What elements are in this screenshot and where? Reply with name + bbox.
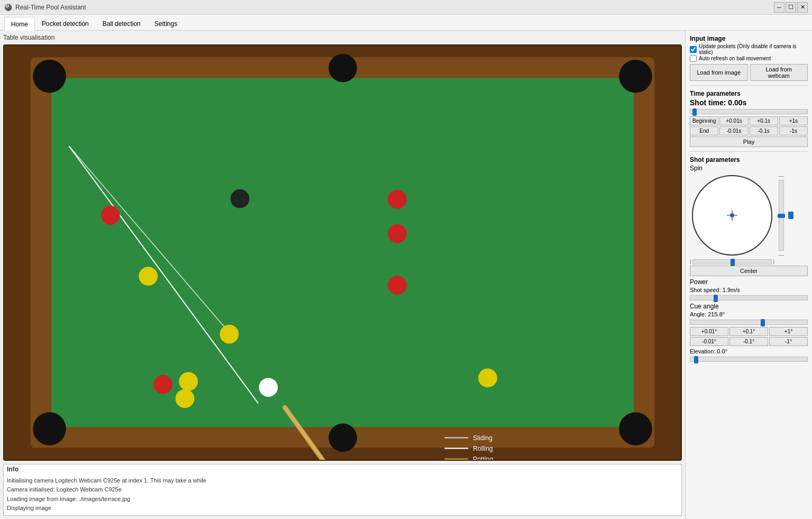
- svg-point-34: [730, 213, 734, 217]
- svg-point-20: [259, 378, 278, 397]
- power-slider-thumb: [714, 295, 718, 302]
- svg-point-15: [153, 375, 172, 394]
- elevation-label: Elevation: 0.0°: [690, 348, 808, 354]
- title-bar-controls: ─ ☐ ✕: [774, 2, 808, 13]
- plus-001deg-button[interactable]: +0.01°: [690, 327, 728, 336]
- divider-1: [690, 85, 808, 86]
- svg-point-7: [329, 423, 357, 452]
- auto-refresh-row: Auto refresh on ball movement: [690, 55, 808, 62]
- minimize-button[interactable]: ─: [774, 2, 784, 13]
- end-button[interactable]: End: [690, 126, 718, 135]
- minus-1deg-button[interactable]: -1°: [769, 337, 808, 346]
- table-vis-label: Table visualisation: [3, 34, 682, 41]
- svg-rect-2: [51, 78, 634, 427]
- svg-point-14: [139, 267, 158, 286]
- svg-point-4: [329, 54, 357, 83]
- pool-table[interactable]: Sliding Rolling Potting: [3, 44, 682, 461]
- spin-control: | | — —: [690, 173, 808, 265]
- spin-main: | |: [690, 173, 774, 265]
- power-label: Power: [690, 278, 808, 286]
- svg-point-19: [231, 189, 250, 208]
- svg-point-13: [101, 206, 120, 225]
- plus-01s-button[interactable]: +0.1s: [750, 116, 778, 125]
- horiz-spin-slider-wrapper: | |: [690, 259, 774, 265]
- right-panel: Input image Update pockets (Only disable…: [685, 31, 812, 519]
- beginning-button[interactable]: Beginning: [690, 116, 718, 125]
- minus-01s-button[interactable]: -0.1s: [750, 126, 778, 135]
- tab-ball-detection[interactable]: Ball detection: [96, 16, 148, 30]
- svg-point-6: [33, 412, 66, 445]
- info-content: Initialising camera Logitech Webcam C925…: [4, 474, 681, 515]
- angle-slider-thumb: [761, 319, 765, 326]
- spin-circle-container[interactable]: [690, 173, 774, 258]
- spin-right-indicator: [788, 173, 793, 258]
- update-pockets-label: Update pockets (Only disable if camera i…: [699, 43, 808, 55]
- center-button[interactable]: Center: [690, 266, 808, 276]
- spin-label: Spin: [690, 165, 808, 172]
- info-section: Info Initialising camera Logitech Webcam…: [3, 464, 682, 516]
- tab-pocket-detection[interactable]: Pocket detection: [35, 16, 96, 30]
- plus-1deg-button[interactable]: +1°: [769, 327, 808, 336]
- shot-params-title: Shot parameters: [690, 156, 808, 163]
- app-title: Real-Time Pool Assistant: [15, 4, 86, 11]
- power-slider-track: [690, 295, 808, 301]
- vert-spin-slider-wrapper: — —: [777, 173, 786, 258]
- spin-right-thumb: [788, 212, 793, 219]
- tab-home[interactable]: Home: [4, 17, 35, 31]
- svg-point-21: [388, 190, 407, 209]
- plus-001s-button[interactable]: +0.01s: [719, 116, 748, 125]
- horiz-spin-slider-thumb: [731, 259, 735, 266]
- title-bar: 🎱 Real-Time Pool Assistant ─ ☐ ✕: [0, 0, 812, 15]
- time-slider-track: [690, 109, 808, 114]
- minus-001deg-button[interactable]: -0.01°: [690, 337, 728, 346]
- minus-001s-button[interactable]: -0.01s: [719, 126, 748, 135]
- info-line-3: Loading image from image: ./images/terra…: [7, 495, 678, 504]
- maximize-button[interactable]: ☐: [786, 2, 796, 13]
- time-slider-thumb: [692, 108, 697, 116]
- update-pockets-checkbox[interactable]: [690, 46, 697, 53]
- cue-angle-label: Cue angle: [690, 303, 808, 310]
- load-from-image-button[interactable]: Load from image: [690, 64, 748, 81]
- angle-btn-grid-plus: +0.01° +0.1° +1°: [690, 327, 808, 336]
- nav-bar: Home Pocket detection Ball detection Set…: [0, 15, 812, 31]
- time-btn-grid-plus: Beginning +0.01s +0.1s +1s: [690, 116, 808, 125]
- vert-spin-slider-thumb: [778, 214, 785, 218]
- app-icon: 🎱: [4, 4, 12, 11]
- vert-spin-slider-track: [779, 180, 784, 251]
- svg-point-8: [619, 412, 652, 445]
- minus-1s-button[interactable]: -1s: [779, 126, 808, 135]
- auto-refresh-checkbox[interactable]: [690, 55, 697, 62]
- elevation-slider-thumb: [694, 356, 698, 363]
- play-button[interactable]: Play: [690, 136, 808, 147]
- load-from-webcam-button[interactable]: Load from webcam: [750, 64, 808, 81]
- tab-settings[interactable]: Settings: [148, 16, 184, 30]
- info-line-2: Camera initialised: Logitech Webcam C925…: [7, 485, 678, 495]
- shot-speed-label: Shot speed: 1.9m/s: [690, 287, 808, 293]
- angle-btn-grid-minus: -0.01° -0.1° -1°: [690, 337, 808, 346]
- svg-point-17: [176, 389, 195, 408]
- time-params-title: Time parameters: [690, 90, 808, 97]
- svg-text:Sliding: Sliding: [473, 434, 492, 442]
- minus-01deg-button[interactable]: -0.1°: [729, 337, 768, 346]
- input-image-title: Input image: [690, 35, 808, 42]
- svg-text:Potting: Potting: [473, 456, 493, 460]
- load-buttons-row: Load from image Load from webcam: [690, 64, 808, 81]
- time-parameters-section: Time parameters Shot time: 0.00s Beginni…: [690, 90, 808, 147]
- time-btn-grid-minus: End -0.01s -0.1s -1s: [690, 126, 808, 135]
- spin-circle-svg: [690, 173, 774, 258]
- update-pockets-row: Update pockets (Only disable if camera i…: [690, 43, 808, 55]
- info-label: Info: [4, 465, 681, 474]
- divider-2: [690, 151, 808, 152]
- plus-01deg-button[interactable]: +0.1°: [729, 327, 768, 336]
- close-button[interactable]: ✕: [797, 2, 808, 13]
- title-bar-left: 🎱 Real-Time Pool Assistant: [4, 4, 86, 11]
- shot-time-label: Shot time: 0.00s: [690, 98, 808, 107]
- angle-label: Angle: 215.8°: [690, 311, 808, 317]
- shot-parameters-section: Shot parameters Spin: [690, 156, 808, 364]
- info-line-4: Displaying image: [7, 504, 678, 513]
- main-layout: Table visualisation: [0, 31, 812, 519]
- svg-point-3: [33, 60, 66, 93]
- plus-1s-button[interactable]: +1s: [779, 116, 808, 125]
- left-panel: Table visualisation: [0, 31, 685, 519]
- svg-point-23: [388, 276, 407, 295]
